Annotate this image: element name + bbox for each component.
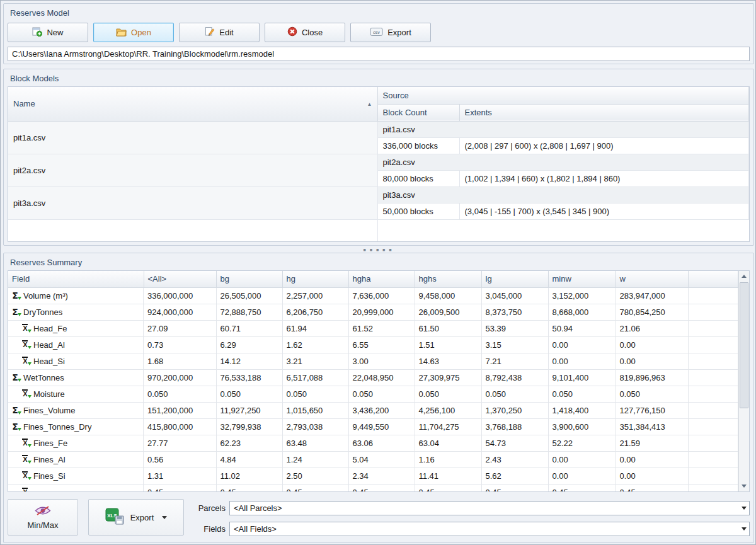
scroll-down-button[interactable] bbox=[739, 481, 749, 491]
scrollbar-thumb[interactable] bbox=[740, 282, 748, 408]
summary-value-cell: 0.73 bbox=[144, 337, 216, 353]
summary-value-cell: 5.04 bbox=[348, 452, 415, 468]
summary-value-cell: 351,384,413 bbox=[616, 419, 688, 435]
summary-column-header-hg[interactable]: hg bbox=[282, 271, 348, 287]
column-header-block-count[interactable]: Block Count bbox=[377, 104, 459, 121]
new-button[interactable]: New bbox=[8, 23, 88, 42]
column-header-extents[interactable]: Extents bbox=[459, 104, 749, 121]
block-model-source-file-cell: pit2a.csv bbox=[377, 154, 749, 170]
mean-icon: X bbox=[20, 454, 30, 464]
summary-field-label: Fines_Al bbox=[33, 455, 66, 464]
summary-value-cell: 20,999,000 bbox=[348, 304, 415, 321]
block-model-name-cell: pit2a.csv bbox=[8, 154, 377, 186]
parcels-dropdown[interactable]: <All Parcels> bbox=[229, 501, 750, 515]
scroll-up-button[interactable] bbox=[739, 271, 749, 282]
summary-row[interactable]: XHead_Si1.6814.123.213.0014.637.210.000.… bbox=[8, 353, 738, 370]
summary-column-header-minw[interactable]: minw bbox=[548, 271, 616, 287]
summary-column-header-hghs[interactable]: hghs bbox=[415, 271, 481, 287]
column-header-source[interactable]: Source bbox=[377, 87, 749, 104]
sum-icon: Σ bbox=[10, 372, 20, 382]
summary-field-cell: ΣFines_Volume bbox=[8, 403, 144, 419]
summary-field-cell: XHead_Si bbox=[8, 353, 144, 370]
column-header-name[interactable]: Name ▲ bbox=[8, 87, 377, 121]
summary-value-cell: 0.45 bbox=[282, 485, 348, 493]
reserves-summary-group: Reserves Summary Field<All>bghghghahghsl… bbox=[3, 253, 754, 543]
block-model-name-cell: pit3a.csv bbox=[8, 186, 377, 219]
summary-row[interactable]: XFines_Al0.564.841.245.041.162.430.000.0… bbox=[8, 452, 738, 468]
panel-splitter-handle[interactable]: ■ ■ ■ ■ ■ bbox=[1, 247, 755, 253]
summary-column-header-bg[interactable]: bg bbox=[216, 271, 282, 287]
summary-value-cell: 0.050 bbox=[348, 386, 415, 403]
block-model-row[interactable]: pit2a.csvpit2a.csv bbox=[8, 154, 749, 170]
mean-icon: X bbox=[20, 340, 30, 350]
summary-row[interactable]: XFines_Si1.3111.022.502.3411.415.620.000… bbox=[8, 468, 738, 485]
export-xls-button[interactable]: XLS Export bbox=[88, 499, 184, 536]
summary-value-cell: 0.00 bbox=[616, 452, 688, 468]
summary-row[interactable]: ΣFines_Volume151,200,00011,927,2501,015,… bbox=[8, 403, 738, 419]
summary-column-header-hgha[interactable]: hgha bbox=[348, 271, 415, 287]
summary-value-cell: 924,000,000 bbox=[144, 304, 216, 321]
sum-icon: Σ bbox=[10, 290, 20, 301]
new-button-label: New bbox=[47, 28, 63, 37]
minmax-button-label: Min/Max bbox=[27, 520, 58, 530]
summary-value-cell: 0.45 bbox=[481, 485, 548, 493]
summary-value-cell: 1,370,250 bbox=[481, 403, 548, 419]
summary-row[interactable]: X0.450.450.450.450.450.450.450.45 bbox=[8, 485, 738, 493]
block-model-row[interactable]: pit3a.csvpit3a.csv bbox=[8, 186, 749, 203]
open-button[interactable]: Open bbox=[93, 23, 174, 42]
summary-row[interactable]: XMoisture0.0500.0500.0500.0500.0500.0500… bbox=[8, 386, 738, 403]
summary-value-cell: 61.94 bbox=[282, 321, 348, 337]
summary-value-cell: 1.31 bbox=[144, 468, 216, 485]
export-dropdown-arrow[interactable] bbox=[162, 516, 167, 519]
block-model-row[interactable]: pit1a.csvpit1a.csv bbox=[8, 121, 749, 137]
summary-value-cell: 0.050 bbox=[144, 386, 216, 403]
parcels-dropdown-arrow[interactable] bbox=[738, 502, 749, 515]
summary-row[interactable]: ΣVolume (m³)336,000,00026,505,0002,257,0… bbox=[8, 287, 738, 304]
summary-value-cell: 3.15 bbox=[481, 337, 548, 353]
summary-field-label: Fines_Volume bbox=[23, 406, 75, 415]
summary-row[interactable]: XHead_Fe27.0960.7161.9461.5261.5053.3950… bbox=[8, 321, 738, 337]
reserves-model-window: Reserves Model New Open Edit bbox=[0, 0, 756, 545]
summary-value-cell: 0.45 bbox=[548, 485, 616, 493]
summary-row[interactable]: XHead_Al0.736.291.626.551.513.150.000.00 bbox=[8, 337, 738, 353]
summary-row[interactable]: XFines_Fe27.7762.2363.4863.0663.0454.735… bbox=[8, 435, 738, 452]
summary-value-cell: 2,793,038 bbox=[282, 419, 348, 435]
summary-column-header-field[interactable]: Field bbox=[8, 271, 144, 287]
summary-value-cell: 970,200,000 bbox=[144, 370, 216, 386]
fields-dropdown[interactable]: <All Fields> bbox=[229, 522, 750, 536]
summary-value-cell: 336,000,000 bbox=[144, 287, 216, 304]
block-model-source-file-cell: pit1a.csv bbox=[377, 121, 749, 137]
edit-button[interactable]: Edit bbox=[179, 23, 260, 42]
summary-value-cell: 0.050 bbox=[282, 386, 348, 403]
summary-value-cell: 151,200,000 bbox=[144, 403, 216, 419]
summary-value-cell: 0.45 bbox=[348, 485, 415, 493]
summary-row[interactable]: ΣWetTonnes970,200,00076,533,1886,517,088… bbox=[8, 370, 738, 386]
summary-column-header-all[interactable]: <All> bbox=[144, 271, 216, 287]
vertical-scrollbar[interactable] bbox=[738, 271, 749, 491]
mean-icon: X bbox=[20, 356, 30, 366]
minmax-button[interactable]: Min/Max bbox=[8, 499, 78, 536]
close-button[interactable]: Close bbox=[265, 23, 345, 42]
parcels-dropdown-value: <All Parcels> bbox=[234, 503, 282, 513]
export-xls-button-label: Export bbox=[130, 513, 154, 522]
summary-value-cell: 8,792,438 bbox=[481, 370, 548, 386]
summary-value-cell: 3,152,000 bbox=[548, 287, 616, 304]
mean-icon: X bbox=[20, 438, 30, 448]
model-path-field[interactable]: C:\Users\Iana Armstrong\Desktop\RR. Trai… bbox=[8, 47, 750, 61]
summary-value-cell: 11,927,250 bbox=[216, 403, 282, 419]
summary-value-cell: 415,800,000 bbox=[144, 419, 216, 435]
sort-ascending-icon: ▲ bbox=[367, 101, 372, 106]
scroll-down-arrow-icon bbox=[742, 485, 747, 488]
filler-cell bbox=[688, 435, 738, 452]
export-csv-button[interactable]: csv Export bbox=[350, 23, 431, 42]
extents-cell: (2,008 | 297 | 600) x (2,808 | 1,697 | 9… bbox=[459, 137, 749, 154]
filler-cell bbox=[688, 485, 738, 493]
summary-column-header-w[interactable]: w bbox=[616, 271, 688, 287]
summary-column-header-lg[interactable]: lg bbox=[481, 271, 548, 287]
edit-pencil-icon bbox=[205, 26, 215, 38]
summary-row[interactable]: ΣDryTonnes924,000,00072,888,7506,206,750… bbox=[8, 304, 738, 321]
summary-row[interactable]: ΣFines_Tonnes_Dry415,800,00032,799,9382,… bbox=[8, 419, 738, 435]
fields-dropdown-arrow[interactable] bbox=[738, 522, 749, 536]
summary-value-cell: 14.12 bbox=[216, 353, 282, 370]
fields-label: Fields bbox=[188, 524, 226, 534]
